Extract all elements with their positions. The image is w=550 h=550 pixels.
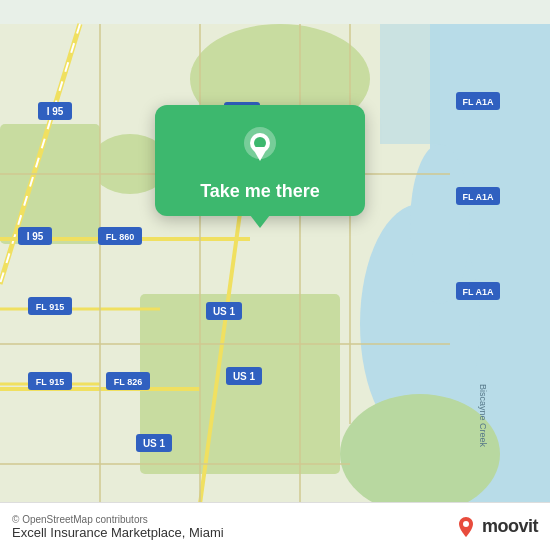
svg-point-3	[410, 144, 470, 304]
take-me-there-card[interactable]: Take me there	[155, 105, 365, 216]
svg-text:FL A1A: FL A1A	[462, 97, 494, 107]
svg-text:FL 826: FL 826	[114, 377, 142, 387]
svg-point-55	[463, 521, 469, 527]
svg-text:US 1: US 1	[233, 371, 256, 382]
moovit-pin-icon	[454, 515, 478, 539]
bottom-bar: © OpenStreetMap contributors Excell Insu…	[0, 502, 550, 550]
svg-text:FL A1A: FL A1A	[462, 192, 494, 202]
svg-text:FL 860: FL 860	[106, 232, 134, 242]
location-name: Excell Insurance Marketplace, Miami	[12, 525, 224, 540]
svg-text:I 95: I 95	[47, 106, 64, 117]
svg-text:FL 915: FL 915	[36, 377, 64, 387]
svg-text:FL A1A: FL A1A	[462, 287, 494, 297]
svg-text:I 95: I 95	[27, 231, 44, 242]
bottom-left: © OpenStreetMap contributors Excell Insu…	[12, 514, 224, 540]
svg-text:US 1: US 1	[143, 438, 166, 449]
take-me-there-label: Take me there	[200, 181, 320, 202]
svg-text:US 1: US 1	[213, 306, 236, 317]
moovit-logo: moovit	[454, 515, 538, 539]
copyright-text: © OpenStreetMap contributors	[12, 514, 224, 525]
svg-text:FL 915: FL 915	[36, 302, 64, 312]
svg-point-8	[340, 394, 500, 514]
map-container: Biscayne Creek I 95 I 95 US 1 US 1 US 1 …	[0, 0, 550, 550]
svg-rect-4	[380, 24, 440, 144]
moovit-brand-name: moovit	[482, 516, 538, 537]
svg-rect-6	[0, 124, 100, 244]
location-pin-icon	[236, 123, 284, 171]
svg-text:Biscayne Creek: Biscayne Creek	[478, 384, 488, 448]
